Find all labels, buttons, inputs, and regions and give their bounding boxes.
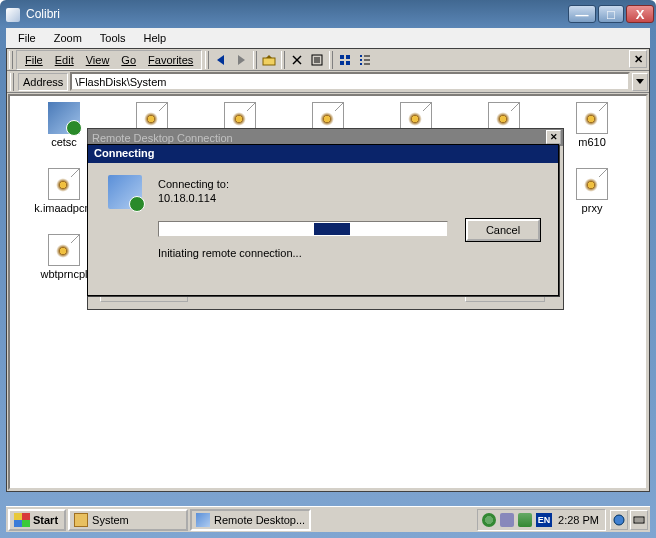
file-icon <box>48 102 80 134</box>
ce-menu-edit[interactable]: Edit <box>49 52 80 68</box>
menu-file[interactable]: File <box>10 30 44 46</box>
minimize-button[interactable]: — <box>568 5 596 23</box>
svg-rect-16 <box>360 59 362 61</box>
rdp-close-button[interactable]: ✕ <box>546 130 561 144</box>
file-label: prxy <box>556 202 628 214</box>
tray-network-icon[interactable] <box>518 513 532 527</box>
menu-zoom[interactable]: Zoom <box>46 30 90 46</box>
taskbar-task-button[interactable]: Remote Desktop... <box>190 509 311 531</box>
up-folder-button[interactable] <box>259 51 279 69</box>
file-label: m610 <box>556 136 628 148</box>
outer-window-title: Colibri <box>8 7 568 21</box>
outer-window: Colibri — □ X File Zoom Tools Help File … <box>0 0 656 538</box>
ce-menu-file[interactable]: File <box>19 52 49 68</box>
windows-flag-icon <box>14 513 30 527</box>
start-button[interactable]: Start <box>8 509 66 531</box>
task-label: Remote Desktop... <box>214 514 305 526</box>
tray-right-buttons <box>610 510 648 530</box>
file-icon <box>48 168 80 200</box>
svg-rect-12 <box>340 61 344 65</box>
explorer-toolbar: File Edit View Go Favorites ✕ <box>7 49 649 71</box>
svg-marker-0 <box>217 55 224 65</box>
file-item[interactable]: prxy <box>556 168 628 214</box>
tray-language[interactable]: EN <box>536 513 552 527</box>
connecting-body: Connecting to: 10.18.0.114 Cancel Initia… <box>88 163 558 295</box>
task-buttons: SystemRemote Desktop... <box>68 509 311 531</box>
view-list-button[interactable] <box>355 51 375 69</box>
outer-titlebar: Colibri — □ X <box>0 0 656 28</box>
file-item[interactable]: m610 <box>556 102 628 148</box>
tray-icon-2[interactable] <box>500 513 514 527</box>
svg-point-21 <box>614 515 624 525</box>
tray-clock[interactable]: 2:28 PM <box>556 514 601 526</box>
forward-button[interactable] <box>231 51 251 69</box>
address-grip[interactable] <box>10 73 14 91</box>
maximize-button[interactable]: □ <box>598 5 624 23</box>
progress-fill <box>314 223 350 235</box>
ce-menu-favorites[interactable]: Favorites <box>142 52 199 68</box>
connecting-label: Connecting to: <box>158 177 544 191</box>
back-button[interactable] <box>211 51 231 69</box>
toolbar-grip-5[interactable] <box>329 51 333 69</box>
file-icon <box>576 102 608 134</box>
address-label: Address <box>18 73 68 91</box>
system-tray: EN 2:28 PM <box>477 509 606 531</box>
connecting-status: Initiating remote connection... <box>158 247 544 259</box>
svg-marker-1 <box>238 55 245 65</box>
rdp-icon <box>108 175 142 209</box>
start-label: Start <box>33 514 58 526</box>
file-icon <box>48 234 80 266</box>
connecting-text: Connecting to: 10.18.0.114 <box>158 177 544 205</box>
address-input[interactable] <box>70 72 630 91</box>
outer-menubar: File Zoom Tools Help <box>6 28 650 48</box>
ce-menu-go[interactable]: Go <box>115 52 142 68</box>
task-icon <box>196 513 210 527</box>
explorer-close-button[interactable]: ✕ <box>629 50 647 68</box>
svg-marker-20 <box>636 79 644 84</box>
file-icon <box>576 168 608 200</box>
close-button[interactable]: X <box>626 5 654 23</box>
ce-menu-view[interactable]: View <box>80 52 116 68</box>
connecting-title: Connecting <box>88 145 558 163</box>
toolbar-grip-3[interactable] <box>253 51 257 69</box>
taskbar: Start SystemRemote Desktop... EN 2:28 PM <box>6 506 650 532</box>
show-desktop-button[interactable] <box>610 510 628 530</box>
address-dropdown-button[interactable] <box>632 73 648 91</box>
cancel-button[interactable]: Cancel <box>466 219 540 241</box>
tray-icon-1[interactable] <box>482 513 496 527</box>
toolbar-grip-4[interactable] <box>281 51 285 69</box>
window-buttons: — □ X <box>568 5 654 23</box>
address-bar: Address <box>7 71 649 93</box>
task-icon <box>74 513 88 527</box>
sip-button[interactable] <box>630 510 648 530</box>
svg-rect-18 <box>360 63 362 65</box>
svg-marker-3 <box>266 55 272 58</box>
progress-bar <box>158 221 448 237</box>
task-label: System <box>92 514 129 526</box>
svg-rect-10 <box>340 55 344 59</box>
delete-button[interactable] <box>287 51 307 69</box>
svg-rect-14 <box>360 55 362 57</box>
connecting-dialog: Connecting Connecting to: 10.18.0.114 Ca… <box>87 144 559 296</box>
explorer-menubar: File Edit View Go Favorites <box>16 50 202 70</box>
svg-rect-11 <box>346 55 350 59</box>
menu-tools[interactable]: Tools <box>92 30 134 46</box>
toolbar-grip-2[interactable] <box>205 51 209 69</box>
menu-help[interactable]: Help <box>136 30 175 46</box>
properties-button[interactable] <box>307 51 327 69</box>
svg-rect-2 <box>263 58 275 65</box>
taskbar-task-button[interactable]: System <box>68 509 188 531</box>
view-large-icons-button[interactable] <box>335 51 355 69</box>
toolbar-grip[interactable] <box>9 51 13 69</box>
svg-rect-13 <box>346 61 350 65</box>
connecting-host: 10.18.0.114 <box>158 191 544 205</box>
svg-rect-22 <box>634 517 644 523</box>
